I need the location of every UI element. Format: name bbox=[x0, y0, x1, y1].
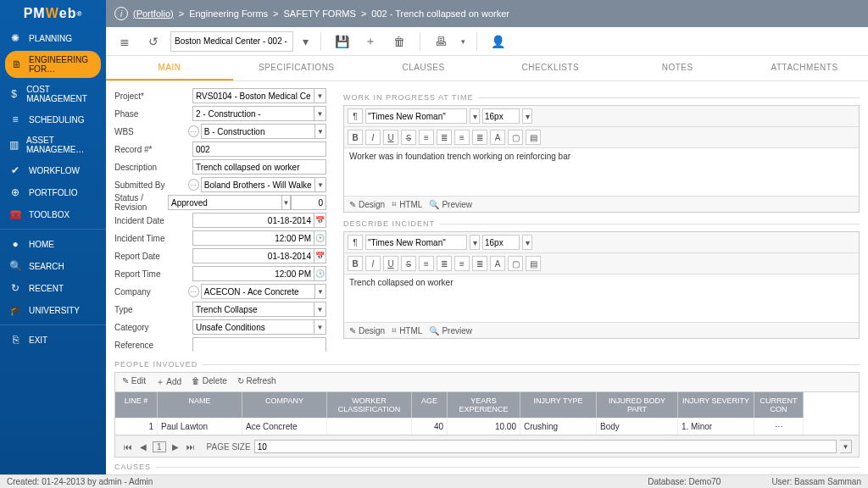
chevron-down-icon[interactable]: ▾ bbox=[470, 235, 480, 250]
fill-color-icon[interactable]: ▢ bbox=[508, 256, 523, 271]
font-color-icon[interactable]: A bbox=[490, 130, 505, 145]
sidebar-item-scheduling[interactable]: ≡SCHEDULING bbox=[0, 108, 106, 130]
sidebar-item-workflow[interactable]: ✔WORKFLOW bbox=[0, 159, 106, 181]
dropdown-icon[interactable]: ▾ bbox=[298, 30, 312, 53]
user-icon[interactable]: 👤 bbox=[486, 30, 509, 53]
font-color-icon[interactable]: A bbox=[490, 256, 505, 271]
chevron-down-icon[interactable]: ▼ bbox=[315, 124, 326, 139]
col-years[interactable]: YEARS EXPERIENCE bbox=[448, 392, 520, 418]
add-icon[interactable]: ＋ bbox=[359, 30, 382, 53]
picker-icon[interactable]: ⋯ bbox=[188, 286, 199, 297]
mode-design[interactable]: ✎ Design bbox=[349, 326, 385, 336]
clock-icon[interactable]: 🕒 bbox=[314, 230, 326, 246]
type-field[interactable] bbox=[192, 302, 314, 317]
strike-icon[interactable]: S̶ bbox=[401, 130, 416, 145]
format-icon[interactable]: ¶ bbox=[348, 235, 363, 250]
tab-main[interactable]: MAIN bbox=[106, 56, 233, 80]
calendar-icon[interactable]: 📅 bbox=[314, 213, 326, 228]
list-icon[interactable]: ≣ bbox=[113, 30, 136, 53]
wip-textarea[interactable]: Worker was in foundation trench working … bbox=[344, 148, 859, 196]
incident-date-field[interactable] bbox=[192, 213, 314, 228]
wbs-field[interactable] bbox=[201, 124, 315, 139]
record-select[interactable] bbox=[170, 31, 293, 52]
record-field[interactable] bbox=[192, 141, 326, 157]
chevron-down-icon[interactable]: ▼ bbox=[315, 177, 326, 192]
description-field[interactable] bbox=[192, 159, 326, 175]
fill-color-icon[interactable]: ▢ bbox=[508, 130, 523, 145]
col-class[interactable]: WORKER CLASSIFICATION bbox=[327, 392, 412, 418]
align-right-icon[interactable]: ≡ bbox=[454, 130, 470, 145]
col-company[interactable]: COMPANY bbox=[242, 392, 327, 418]
status-field[interactable] bbox=[168, 195, 282, 210]
align-left-icon[interactable]: ≡ bbox=[419, 256, 434, 271]
sidebar-item-exit[interactable]: ⎘EXIT bbox=[0, 329, 106, 351]
describe-textarea[interactable]: Trench collapsed on worker bbox=[344, 274, 859, 322]
chevron-down-icon[interactable]: ▾ bbox=[522, 235, 532, 250]
sidebar-item-portfolio[interactable]: ⊕PORTFOLIO bbox=[0, 181, 106, 203]
align-left-icon[interactable]: ≡ bbox=[419, 130, 434, 145]
bold-icon[interactable]: B bbox=[348, 256, 363, 271]
info-icon[interactable]: i bbox=[114, 7, 128, 20]
edit-button[interactable]: ✎ Edit bbox=[122, 376, 146, 388]
size-select[interactable] bbox=[482, 108, 520, 124]
chevron-down-icon[interactable]: ▾ bbox=[470, 108, 480, 124]
calendar-icon[interactable]: 📅 bbox=[314, 248, 326, 263]
report-date-field[interactable] bbox=[192, 248, 314, 263]
history-icon[interactable]: ↺ bbox=[142, 30, 165, 53]
tab-specifications[interactable]: SPECIFICATIONS bbox=[233, 56, 360, 80]
revision-field[interactable] bbox=[291, 195, 326, 210]
justify-icon[interactable]: ≣ bbox=[472, 130, 487, 145]
mode-design[interactable]: ✎ Design bbox=[349, 200, 385, 209]
prev-page-icon[interactable]: ◀ bbox=[137, 442, 149, 452]
chevron-down-icon[interactable]: ▼ bbox=[315, 284, 326, 299]
justify-icon[interactable]: ≣ bbox=[472, 256, 487, 271]
chevron-down-icon[interactable]: ▼ bbox=[840, 440, 852, 453]
image-icon[interactable]: ▤ bbox=[526, 130, 541, 145]
add-button[interactable]: ＋ Add bbox=[156, 376, 181, 388]
save-icon[interactable]: 💾 bbox=[330, 30, 353, 53]
incident-time-field[interactable] bbox=[192, 230, 314, 246]
sidebar-item-home[interactable]: ●HOME bbox=[0, 233, 106, 255]
italic-icon[interactable]: I bbox=[365, 130, 381, 145]
sidebar-item-university[interactable]: 🎓UNIVERSITY bbox=[0, 299, 106, 321]
reference-field[interactable] bbox=[192, 337, 326, 352]
report-time-field[interactable] bbox=[192, 266, 314, 281]
next-page-icon[interactable]: ▶ bbox=[170, 442, 181, 452]
sidebar-item-search[interactable]: 🔍SEARCH bbox=[0, 255, 106, 277]
sidebar-item-cost[interactable]: $COST MANAGEMENT bbox=[0, 80, 106, 108]
col-current[interactable]: CURRENT CON bbox=[754, 392, 804, 418]
category-field[interactable] bbox=[192, 319, 314, 335]
col-age[interactable]: AGE bbox=[412, 392, 448, 418]
mode-html[interactable]: ⌗ HTML bbox=[392, 325, 422, 336]
phase-field[interactable] bbox=[192, 106, 314, 121]
col-severity[interactable]: INJURY SEVERITY bbox=[678, 392, 754, 418]
page-size-field[interactable] bbox=[254, 440, 837, 453]
size-select[interactable] bbox=[482, 235, 520, 250]
breadcrumb-2[interactable]: SAFETY FORMS bbox=[284, 8, 356, 19]
page-number[interactable]: 1 bbox=[153, 441, 166, 452]
align-center-icon[interactable]: ≣ bbox=[437, 256, 452, 271]
chevron-down-icon[interactable]: ▼ bbox=[282, 195, 291, 210]
sidebar-item-toolbox[interactable]: 🧰TOOLBOX bbox=[0, 203, 106, 225]
italic-icon[interactable]: I bbox=[365, 256, 381, 271]
chevron-down-icon[interactable]: ▼ bbox=[314, 88, 326, 103]
chevron-down-icon[interactable]: ▼ bbox=[314, 302, 326, 317]
sidebar-item-engineering-forms[interactable]: 🗎ENGINEERING FOR… bbox=[5, 51, 101, 78]
mode-preview[interactable]: 🔍 Preview bbox=[429, 326, 472, 336]
tab-checklists[interactable]: CHECKLISTS bbox=[487, 56, 614, 80]
chevron-down-icon[interactable]: ▼ bbox=[314, 319, 326, 335]
sidebar-item-asset[interactable]: ▥ASSET MANAGEME… bbox=[0, 130, 106, 159]
align-right-icon[interactable]: ≡ bbox=[454, 256, 470, 271]
col-line[interactable]: LINE # bbox=[115, 392, 158, 418]
company-field[interactable] bbox=[201, 284, 315, 299]
last-page-icon[interactable]: ⏭ bbox=[185, 442, 197, 452]
format-icon[interactable]: ¶ bbox=[348, 108, 363, 124]
delete-button[interactable]: 🗑 Delete bbox=[192, 376, 227, 388]
project-field[interactable] bbox=[192, 88, 314, 103]
align-center-icon[interactable]: ≣ bbox=[437, 130, 452, 145]
col-name[interactable]: NAME bbox=[158, 392, 242, 418]
sidebar-item-planning[interactable]: ✺PLANNING bbox=[0, 27, 106, 49]
font-select[interactable] bbox=[365, 235, 467, 250]
chevron-down-icon[interactable]: ▾ bbox=[522, 108, 532, 124]
submitted-field[interactable] bbox=[201, 177, 315, 192]
